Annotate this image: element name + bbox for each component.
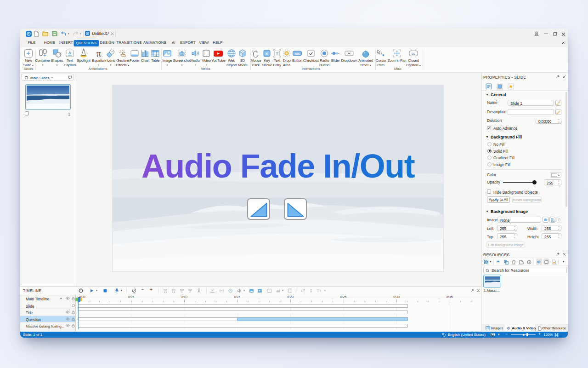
svg-text:CC: CC bbox=[412, 52, 416, 55]
svg-text:A: A bbox=[68, 51, 72, 55]
svg-text:ABC: ABC bbox=[294, 52, 300, 55]
